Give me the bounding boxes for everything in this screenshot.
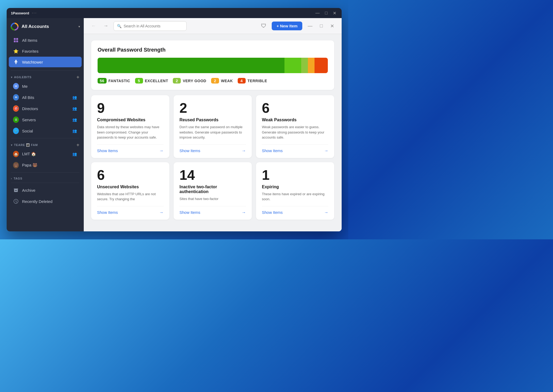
unsecured-show-items[interactable]: Show Items → <box>97 206 164 215</box>
weak-desc: Weak passwords are easier to guess. Gene… <box>262 124 328 140</box>
sidebar-item-favorites[interactable]: ⭐ Favorites <box>9 46 82 56</box>
me-label: Me <box>22 84 77 89</box>
weak-arrow-icon: → <box>324 148 328 153</box>
servers-label: Servers <box>22 118 68 122</box>
divider-4 <box>11 183 79 183</box>
deleted-icon <box>13 198 19 204</box>
compromised-link-label: Show Items <box>97 148 118 153</box>
teare-fam-add-icon[interactable]: + <box>77 143 79 147</box>
sidebar-item-me[interactable]: M Me <box>9 81 82 91</box>
reused-desc: Don't use the same password on multiple … <box>179 124 246 140</box>
papa-label: Papa 🐻 <box>22 163 77 168</box>
weak-link-label: Show Items <box>262 148 283 153</box>
expiring-card: 1 Expiring These items have expired or a… <box>256 162 334 220</box>
window-close-btn[interactable]: ✕ <box>328 22 336 30</box>
lmt-avatar: 🏠 <box>13 151 19 157</box>
minimize-button[interactable]: — <box>314 11 321 15</box>
archive-icon <box>13 187 19 193</box>
back-button[interactable]: ← <box>89 22 98 30</box>
account-header[interactable]: All Accounts ▾ <box>7 18 84 34</box>
expiring-title: Expiring <box>262 185 328 189</box>
maximize-button[interactable]: □ <box>324 11 329 15</box>
menu-dots[interactable]: ··· <box>32 11 37 15</box>
lmt-label: LMT 🏠 <box>22 152 68 156</box>
weak-card: 6 Weak Passwords Weak passwords are easi… <box>256 95 334 158</box>
legend-fantastic: 56 FANTASTIC <box>98 78 130 84</box>
new-item-button[interactable]: + New Item <box>272 22 302 30</box>
unsecured-link-label: Show Items <box>97 210 118 215</box>
window-maximize-btn[interactable]: □ <box>318 22 325 30</box>
sidebar-item-papa[interactable]: 🐻 Papa 🐻 <box>9 160 82 170</box>
compromised-desc: Data stored by these websites may have b… <box>97 124 164 140</box>
tags-header[interactable]: › TAGS <box>7 174 84 181</box>
sidebar-item-recently-deleted[interactable]: Recently Deleted <box>9 196 82 207</box>
segment-very-good <box>301 58 308 73</box>
search-input[interactable] <box>124 24 183 28</box>
sidebar-item-all-items[interactable]: All Items <box>9 35 82 45</box>
legend-terrible: 4 TERRIBLE <box>238 78 267 84</box>
inactive-2fa-show-items[interactable]: Show Items → <box>179 206 246 215</box>
sidebar-item-all-bits[interactable]: 👁 All Bits 👥 <box>9 92 82 103</box>
very-good-badge: 2 <box>173 78 181 84</box>
favorites-label: Favorites <box>22 49 77 53</box>
stats-grid: 9 Compromised Websites Data stored by th… <box>91 95 334 220</box>
close-button[interactable]: ✕ <box>332 11 337 16</box>
unsecured-desc: Websites that use HTTP URLs are not secu… <box>97 191 164 202</box>
weak-count: 6 <box>262 101 328 115</box>
reused-link-label: Show Items <box>179 148 200 153</box>
svg-rect-7 <box>15 63 16 64</box>
expiring-show-items[interactable]: Show Items → <box>262 206 328 215</box>
app-title: 1Password <box>11 11 29 15</box>
expiring-link-label: Show Items <box>262 210 283 215</box>
inactive-2fa-desc: Sites that have two-factor <box>179 196 246 202</box>
segment-weak <box>308 58 315 73</box>
divider-3 <box>11 172 79 173</box>
social-label: Social <box>22 129 68 133</box>
watchtower-icon <box>13 59 19 65</box>
main-layout: All Accounts ▾ All Items <box>7 18 342 231</box>
search-icon: 🔍 <box>117 24 122 28</box>
papa-avatar: 🐻 <box>13 162 19 168</box>
agilebits-add-icon[interactable]: + <box>77 75 79 80</box>
reused-title: Reused Passwords <box>179 118 246 122</box>
inactive-2fa-card: 14 Inactive two-factor authentication Si… <box>174 162 252 220</box>
terrible-badge: 4 <box>238 78 246 84</box>
inactive-2fa-title: Inactive two-factor authentication <box>179 185 246 194</box>
lmt-share-icon: 👥 <box>72 151 77 157</box>
inactive-2fa-link-label: Show Items <box>179 210 200 215</box>
sidebar-item-archive[interactable]: Archive <box>9 185 82 195</box>
sidebar-item-watchtower[interactable]: Watchtower <box>9 57 82 67</box>
unsecured-card: 6 Unsecured Websites Websites that use H… <box>91 162 169 220</box>
me-avatar: M <box>13 83 19 89</box>
legend-excellent: 5 EXCELLENT <box>135 78 168 84</box>
forward-button[interactable]: → <box>101 22 110 30</box>
reused-show-items[interactable]: Show Items → <box>179 144 246 153</box>
window-controls: — □ ✕ <box>314 11 337 16</box>
sidebar: All Accounts ▾ All Items <box>7 18 84 231</box>
divider-1 <box>11 70 79 70</box>
svg-rect-4 <box>16 40 18 42</box>
servers-avatar: 🖥 <box>13 117 19 123</box>
account-chevron-icon: ▾ <box>78 25 80 28</box>
agilebits-group-name: AGILEBITS <box>14 76 77 79</box>
excellent-badge: 5 <box>135 78 143 84</box>
sidebar-item-social[interactable]: 🐦 Social 👥 <box>9 126 82 136</box>
svg-rect-8 <box>14 189 18 189</box>
directors-share-icon: 👥 <box>72 106 77 111</box>
svg-rect-10 <box>15 190 17 191</box>
sidebar-item-lmt[interactable]: 🏠 LMT 🏠 👥 <box>9 149 82 159</box>
weak-title: Weak Passwords <box>262 118 328 122</box>
shield-button[interactable]: 🛡 <box>259 22 269 30</box>
password-strength-card: Overall Password Strength 56 FANTASTI <box>91 40 334 90</box>
compromised-show-items[interactable]: Show Items → <box>97 144 164 153</box>
sidebar-item-servers[interactable]: 🖥 Servers 👥 <box>9 114 82 125</box>
sidebar-item-directors[interactable]: 🎯 Directors 👥 <box>9 103 82 114</box>
weak-show-items[interactable]: Show Items → <box>262 144 328 153</box>
window-minimize-btn[interactable]: — <box>305 22 315 30</box>
teare-fam-group-header[interactable]: ▾ TEARE 👨‍👩‍👧‍👦 FAM + <box>7 140 84 148</box>
segment-fantastic <box>98 58 284 73</box>
reused-arrow-icon: → <box>242 148 246 153</box>
inactive-2fa-arrow-icon: → <box>242 210 246 215</box>
fantastic-label: FANTASTIC <box>108 79 130 83</box>
agilebits-group-header[interactable]: ▾ AGILEBITS + <box>7 72 84 81</box>
